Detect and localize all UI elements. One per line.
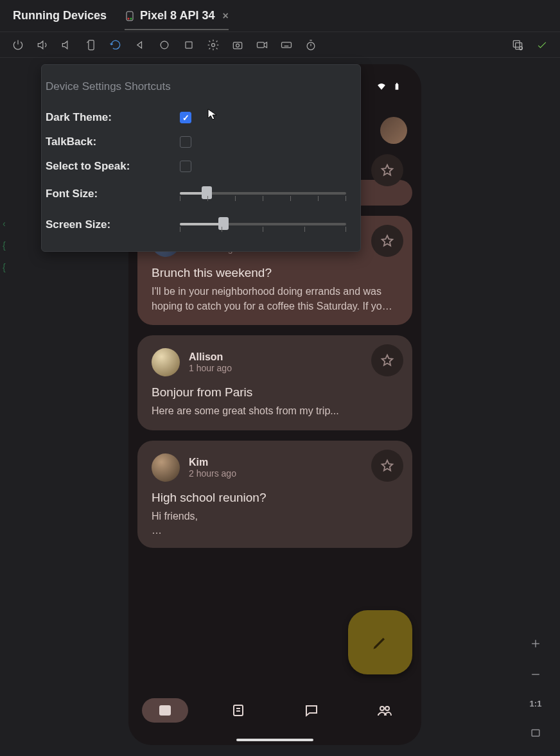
pencil-icon (371, 633, 389, 651)
sender-name: Kim (189, 457, 236, 468)
nav-articles[interactable] (215, 698, 261, 723)
svg-point-1 (128, 17, 130, 19)
svg-point-6 (212, 43, 215, 46)
star-button[interactable] (371, 154, 403, 186)
svg-point-20 (385, 707, 389, 710)
mouse-cursor (207, 108, 220, 123)
talkback-checkbox[interactable] (180, 136, 191, 148)
star-button[interactable] (371, 450, 403, 482)
battery-icon (392, 82, 402, 94)
star-button[interactable] (371, 344, 403, 376)
nav-chat[interactable] (288, 698, 335, 723)
svg-rect-10 (282, 42, 292, 47)
svg-point-4 (161, 41, 168, 49)
nav-people[interactable] (362, 698, 408, 723)
compose-fab[interactable] (348, 610, 412, 674)
power-icon[interactable] (12, 39, 24, 51)
profile-avatar[interactable] (380, 117, 407, 144)
svg-rect-12 (513, 40, 520, 47)
tab-bar: Running Devices Pixel 8 API 34 × (0, 0, 560, 32)
wifi-icon (376, 82, 387, 94)
device-icon (125, 11, 135, 21)
rotate-right-icon[interactable] (109, 39, 122, 51)
email-preview: Here are some great shots from my trip..… (152, 403, 398, 418)
svg-rect-15 (396, 84, 399, 90)
tab-label: Running Devices (13, 9, 107, 22)
svg-rect-0 (127, 12, 133, 21)
home-icon[interactable] (158, 39, 171, 51)
popup-title: Device Settings Shortcuts (46, 80, 346, 93)
email-preview: I'll be in your neighborhood doing erran… (152, 284, 398, 313)
email-preview: Hi friends, (152, 509, 398, 523)
dark-theme-checkbox[interactable] (180, 112, 191, 123)
zoom-in-button[interactable] (529, 637, 542, 650)
time-ago: 1 hour ago (189, 363, 232, 373)
settings-gear-icon[interactable] (207, 39, 220, 51)
volume-down-icon[interactable] (60, 39, 73, 51)
keyboard-icon[interactable] (280, 39, 293, 51)
bottom-navigation (128, 690, 421, 731)
star-button[interactable] (371, 225, 403, 257)
status-bar (376, 82, 402, 94)
tab-device[interactable]: Pixel 8 API 34 × (125, 9, 229, 30)
email-subject: Bonjour from Paris (152, 385, 398, 400)
editor-gutter-fragment: ‹{{ (0, 218, 6, 272)
home-indicator (236, 739, 313, 741)
close-icon[interactable]: × (222, 10, 228, 22)
screenshot-icon[interactable] (231, 39, 244, 51)
screen-size-slider[interactable] (180, 215, 346, 234)
svg-rect-16 (396, 83, 398, 84)
zoom-rail: 1:1 (520, 0, 551, 756)
svg-point-19 (380, 707, 384, 710)
svg-point-2 (130, 17, 132, 19)
zoom-out-button[interactable] (529, 668, 542, 681)
svg-rect-21 (532, 730, 539, 736)
stopwatch-icon[interactable] (304, 39, 317, 51)
svg-rect-3 (89, 40, 94, 49)
nav-inbox[interactable] (142, 698, 188, 723)
sender-avatar (152, 348, 180, 376)
email-subject: Brunch this weekend? (152, 266, 398, 280)
svg-rect-7 (233, 42, 241, 48)
back-icon[interactable] (134, 39, 146, 51)
select-to-speak-label: Select to Speak: (42, 160, 180, 173)
font-size-slider[interactable] (180, 184, 346, 204)
email-card[interactable]: Kim 2 hours ago High school reunion? Hi … (137, 441, 412, 548)
rotate-left-icon[interactable] (85, 39, 98, 51)
font-size-label: Font Size: (42, 188, 180, 200)
tab-running-devices[interactable]: Running Devices (13, 9, 107, 22)
zoom-ratio-label[interactable]: 1:1 (530, 699, 542, 708)
fit-screen-button[interactable] (529, 726, 542, 739)
volume-up-icon[interactable] (36, 39, 49, 51)
svg-point-8 (236, 44, 240, 47)
record-icon[interactable] (256, 39, 268, 51)
dark-theme-label: Dark Theme: (42, 111, 180, 124)
sender-avatar (152, 453, 180, 482)
email-subject: High school reunion? (152, 491, 398, 505)
device-settings-popup: Device Settings Shortcuts Dark Theme: Ta… (41, 64, 361, 252)
screen-size-label: Screen Size: (42, 218, 180, 231)
overview-icon[interactable] (182, 39, 195, 51)
svg-rect-5 (186, 42, 192, 48)
talkback-label: TalkBack: (42, 136, 180, 148)
select-to-speak-checkbox[interactable] (180, 161, 191, 172)
emulator-toolbar (0, 32, 560, 58)
svg-point-11 (307, 42, 315, 49)
ellipsis: … (152, 525, 398, 536)
email-card[interactable]: Allison 1 hour ago Bonjour from Paris He… (137, 335, 412, 430)
tab-label: Pixel 8 API 34 (140, 9, 214, 22)
sender-name: Allison (189, 351, 232, 363)
svg-rect-17 (160, 706, 170, 715)
svg-rect-9 (258, 42, 265, 47)
time-ago: 2 hours ago (189, 468, 236, 479)
